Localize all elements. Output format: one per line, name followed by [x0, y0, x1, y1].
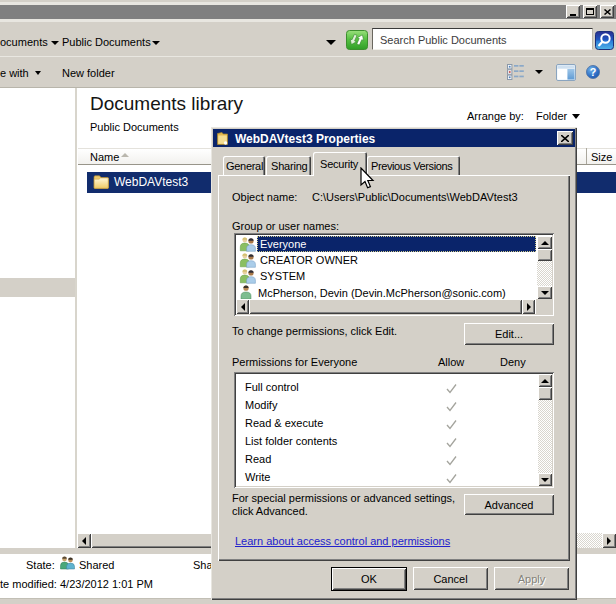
svg-text:?: ? — [590, 66, 597, 78]
